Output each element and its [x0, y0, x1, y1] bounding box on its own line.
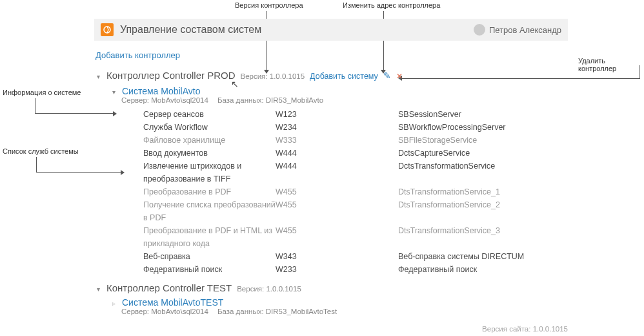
- system-name[interactable]: Система MobilAvtoTEST: [122, 297, 223, 308]
- service-code: W233: [276, 263, 398, 276]
- service-name: Получение списка преобразований в PDF: [143, 198, 276, 224]
- edit-icon[interactable]: ✎: [383, 70, 391, 81]
- service-code: W234: [276, 121, 398, 134]
- service-id: DtsTransformationService_3: [398, 224, 559, 237]
- service-name: Преобразование в PDF и HTML из прикладно…: [143, 224, 276, 250]
- system-meta: Сервер: MobAvto\sql2014 База данных: DIR…: [121, 308, 567, 315]
- service-row: Получение списка преобразований в PDFW45…: [143, 198, 567, 224]
- user-name: Петров Александр: [489, 25, 561, 35]
- controller-name: Контроллер Controller PROD: [106, 70, 235, 81]
- system-row: ▹ Система MobilAvtoTEST: [111, 297, 567, 308]
- annotation-sys-info: Информация о системе: [3, 89, 81, 96]
- services-list: Сервер сеансовW123SBSessionServerСлужба …: [143, 108, 567, 276]
- system-meta: Сервер: MobAvto\sql2014 База данных: DIR…: [121, 96, 567, 104]
- service-row: Преобразование в PDF и HTML из прикладно…: [143, 224, 567, 250]
- controller-version: Версия: 1.0.0.1015: [237, 285, 301, 293]
- service-name: Файловое хранилище: [143, 134, 276, 147]
- service-name: Извлечение штрихкодов и преобразование в…: [143, 160, 276, 185]
- app-logo-icon: [101, 23, 114, 36]
- service-id: Федеративный поиск: [398, 263, 559, 276]
- header-bar: Управление составом систем Петров Алекса…: [94, 19, 568, 41]
- service-code: W455: [276, 185, 398, 198]
- service-row: Файловое хранилищеW333SBFileStorageServi…: [143, 134, 567, 147]
- controller-name: Контроллер Controller TEST: [106, 282, 232, 293]
- service-row: Извлечение штрихкодов и преобразование в…: [143, 160, 567, 185]
- system-name[interactable]: Система MobilAvto: [122, 86, 201, 96]
- service-code: W444: [276, 160, 398, 173]
- service-name: Ввод документов: [143, 147, 276, 160]
- service-code: W343: [276, 250, 398, 263]
- annotation-version: Версия контроллера: [235, 1, 303, 9]
- service-code: W455: [276, 224, 398, 237]
- service-id: DtsTransformationService_1: [398, 185, 559, 198]
- site-version: Версия сайта: 1.0.0.1015: [482, 325, 568, 333]
- server-label: Сервер: MobAvto\sql2014: [121, 96, 208, 104]
- service-id: SBSessionServer: [398, 108, 559, 121]
- service-row: Ввод документовW444DctsCaptureService: [143, 147, 567, 160]
- avatar-icon: [474, 24, 485, 36]
- service-row: Веб-справкаW343Веб-справка системы DIREC…: [143, 250, 567, 263]
- service-row: Преобразование в PDFW455DtsTransformatio…: [143, 185, 567, 198]
- system-block: ▾ Система MobilAvto Сервер: MobAvto\sql2…: [111, 86, 567, 276]
- controller-row: ▾ Контроллер Controller TEST Версия: 1.0…: [96, 282, 567, 293]
- server-label: Сервер: MobAvto\sql2014: [121, 308, 208, 315]
- cursor-icon: ↖: [231, 79, 239, 89]
- controller-version: Версия: 1.0.0.1015: [240, 72, 305, 80]
- service-name: Федеративный поиск: [143, 263, 276, 276]
- add-controller-link[interactable]: Добавить контроллер: [96, 50, 180, 60]
- service-code: W444: [276, 147, 398, 160]
- chevron-down-icon[interactable]: ▾: [96, 73, 101, 80]
- service-id: DctsTransformationService: [398, 160, 559, 173]
- add-system-link[interactable]: Добавить систему: [310, 72, 378, 81]
- service-row: Федеративный поискW233Федеративный поиск: [143, 263, 567, 276]
- annotation-line: [639, 65, 639, 78]
- system-row: ▾ Система MobilAvto: [111, 86, 567, 96]
- service-row: Служба WorkflowW234SBWorkflowProcessingS…: [143, 121, 567, 134]
- service-name: Веб-справка: [143, 250, 276, 263]
- service-name: Преобразование в PDF: [143, 185, 276, 198]
- service-code: W333: [276, 134, 398, 147]
- controller-row: ▾ Контроллер Controller PROD Версия: 1.0…: [96, 70, 567, 81]
- db-label: База данных: DIR53_MobilAvtoTest: [217, 308, 337, 315]
- service-code: W123: [276, 108, 398, 121]
- user-block[interactable]: Петров Александр: [474, 24, 561, 36]
- chevron-down-icon[interactable]: ▾: [96, 286, 101, 293]
- controllers-tree: ▾ Контроллер Controller PROD Версия: 1.0…: [96, 70, 567, 315]
- db-label: База данных: DIR53_MobilAvto: [217, 96, 323, 104]
- service-name: Сервер сеансов: [143, 108, 276, 121]
- system-block: ▹ Система MobilAvtoTEST Сервер: MobAvto\…: [111, 297, 567, 315]
- service-id: SBFileStorageService: [398, 134, 559, 147]
- annotation-line: [35, 98, 35, 114]
- chevron-right-icon[interactable]: ▹: [111, 300, 117, 307]
- delete-icon[interactable]: ✕: [396, 72, 403, 81]
- service-id: DctsCaptureService: [398, 147, 559, 160]
- chevron-down-icon[interactable]: ▾: [111, 89, 117, 96]
- annotation-edit-addr: Изменить адрес контроллера: [343, 1, 440, 9]
- annotation-services: Список служб системы: [3, 147, 79, 155]
- service-id: SBWorkflowProcessingServer: [398, 121, 559, 134]
- page-title: Управление составом систем: [120, 24, 474, 36]
- service-id: Веб-справка системы DIRECTUM: [398, 250, 559, 263]
- service-id: DtsTransformationService_2: [398, 198, 559, 211]
- service-row: Сервер сеансовW123SBSessionServer: [143, 108, 567, 121]
- annotation-delete: Удалить контроллер: [578, 57, 644, 72]
- annotation-line: [36, 157, 37, 173]
- service-code: W455: [276, 198, 398, 211]
- service-name: Служба Workflow: [143, 121, 276, 134]
